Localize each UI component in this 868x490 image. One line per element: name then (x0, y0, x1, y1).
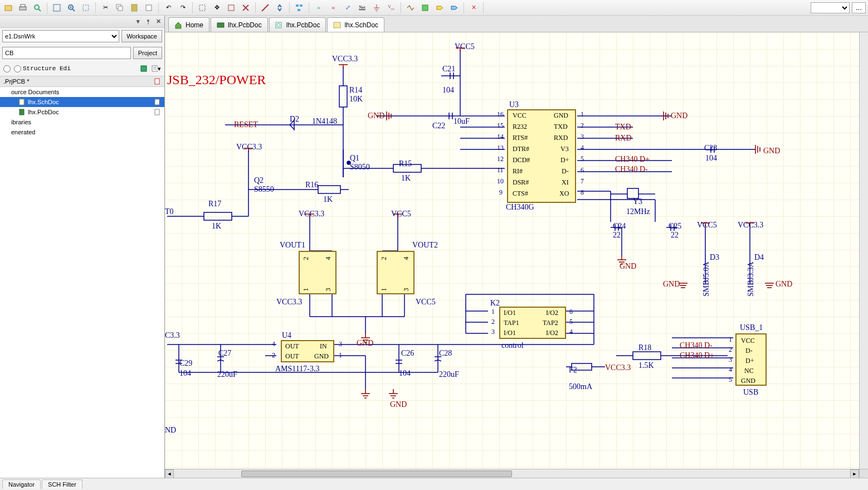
lbl-u3v: CH340G (506, 203, 534, 212)
usb-dp: D+ (745, 357, 754, 365)
usb-n1: 1 (729, 336, 732, 344)
tool-zoomin-icon[interactable] (65, 2, 77, 14)
svg-rect-31 (152, 66, 158, 71)
toolbar-ellipsis-btn[interactable]: ... (852, 2, 866, 13)
tool-redo-icon[interactable]: ↷ (177, 2, 189, 14)
hscroll-thumb[interactable] (241, 470, 512, 477)
lbl-vcc33-2: VCC3.3 (236, 143, 262, 152)
tool-open-icon[interactable] (2, 2, 14, 14)
u3-pin-r2: RXD (554, 134, 568, 142)
tool-wire-icon[interactable]: ≈ (313, 2, 325, 14)
lbl-r15v: 1K (401, 174, 411, 183)
tool-gnd-icon[interactable] (370, 2, 383, 14)
tree-source-docs[interactable]: ource Documents (0, 87, 164, 97)
svg-rect-34 (155, 79, 159, 84)
k2-io1b: I/O1 (504, 329, 516, 337)
lbl-k2: K2 (490, 299, 500, 308)
file-view-radio[interactable] (3, 65, 11, 72)
usb-vcc: VCC (741, 337, 755, 345)
workspace-button[interactable]: Workspace (121, 30, 162, 42)
panel-pin-icon[interactable] (144, 18, 152, 26)
k2-n2: 2 (491, 318, 495, 326)
tool-updown-icon[interactable] (274, 2, 286, 14)
svg-line-19 (262, 4, 269, 11)
tool-move-icon[interactable]: ✥ (211, 2, 223, 14)
tool-cut-icon[interactable]: ✂ (99, 2, 111, 14)
tool-undo-icon[interactable]: ↶ (162, 2, 174, 14)
bottom-tab-schfilter[interactable]: SCH Filter (42, 479, 82, 489)
tool-zoomfit-icon[interactable] (51, 2, 63, 14)
tool-clear-icon[interactable] (240, 2, 252, 14)
schematic-canvas[interactable]: JSB_232/POWER (165, 32, 868, 478)
netlbl-ch340dm2: CH340 D- (680, 341, 713, 350)
usb-n5: 5 (729, 376, 732, 384)
tool-crossprobe-icon[interactable] (259, 2, 271, 14)
tree-libraries[interactable]: ibraries (0, 117, 164, 127)
project-button[interactable]: Project (133, 47, 162, 59)
tool-copy2-icon[interactable] (143, 2, 155, 14)
compile-icon[interactable] (139, 64, 149, 74)
workspace-select[interactable]: e1.DsnWrk (2, 30, 119, 42)
lbl-vcc33-6: VCC3.3 (738, 221, 763, 230)
u3-pin-r7: XO (559, 190, 569, 198)
lbl-c26v: 104 (399, 369, 411, 378)
panel-dropdown-icon[interactable]: ▾ (134, 18, 142, 26)
tool-netlabel-icon[interactable]: Net (356, 2, 368, 14)
tree-generated[interactable]: enerated (0, 127, 164, 137)
lbl-d3v: SMBJ5.0A (702, 261, 711, 297)
tree-schdoc[interactable]: lhx.SchDoc (0, 97, 164, 107)
tool-sheet-icon[interactable] (419, 2, 431, 14)
lbl-usb1: USB_1 (740, 323, 763, 332)
tool-copy-icon[interactable] (114, 2, 126, 14)
tool-zoomsel-icon[interactable] (80, 2, 92, 14)
u3-pinnum-l2: 14 (497, 133, 504, 141)
usb-n2: 2 (729, 346, 732, 354)
tool-bus-icon[interactable]: ≈ (327, 2, 339, 14)
hscroll-left-icon[interactable]: ◄ (165, 469, 174, 478)
tab-sch[interactable]: lhx.SchDoc (327, 17, 384, 32)
u3-pin-r3: V3 (560, 145, 569, 153)
svg-rect-12 (118, 6, 123, 11)
vertical-scrollbar[interactable] (859, 32, 868, 469)
tool-vcc-icon[interactable]: Vcc (385, 2, 397, 14)
tab-home[interactable]: Home (168, 17, 209, 32)
tool-sheetentry-icon[interactable] (433, 2, 446, 14)
k2-n6: 6 (569, 308, 573, 316)
u3-pin-l0: VCC (513, 111, 526, 120)
lbl-c29: C29 (179, 359, 192, 368)
tool-deselect-icon[interactable] (225, 2, 237, 14)
open-doc-icon (154, 99, 161, 105)
lbl-gnd2: GND (671, 111, 687, 120)
tool-busentry-icon[interactable]: ⤢ (342, 2, 354, 14)
lbl-f2: F2 (569, 366, 577, 375)
tool-hierarchy-icon[interactable] (293, 2, 305, 14)
lbl-vcc33-5: VCC3.3 (605, 363, 631, 372)
options-icon[interactable]: ▾ (151, 64, 161, 74)
project-tree[interactable]: .PrjPCB * ource Documents lhx.SchDoc lhx… (0, 76, 164, 478)
tool-print-icon[interactable] (17, 2, 29, 14)
tab-pcb2[interactable]: lhx.PcbDoc (269, 17, 326, 32)
panel-close-icon[interactable]: ✕ (154, 18, 162, 26)
structure-edit-radio[interactable]: Structure Edi (14, 65, 71, 72)
tool-preview-icon[interactable] (31, 2, 43, 14)
tool-paste-icon[interactable] (128, 2, 140, 14)
toolbar-combo[interactable] (811, 2, 850, 13)
hscroll-right-icon[interactable]: ► (850, 469, 859, 478)
netlbl-ch340dp: CH340 D+ (615, 155, 650, 164)
tool-select-icon[interactable] (196, 2, 208, 14)
tool-part-icon[interactable] (404, 2, 417, 14)
project-input[interactable] (2, 47, 131, 59)
tree-pcbdoc[interactable]: lhx.PcbDoc (0, 107, 164, 117)
u3-pin-l4: DCD# (513, 156, 530, 164)
sch-icon (333, 21, 341, 29)
tab-pcb1[interactable]: lhx.PcbDoc (211, 17, 268, 32)
lbl-vcc33-3: VCC3.3 (299, 210, 324, 219)
lbl-c28v: 220uF (439, 370, 459, 379)
svg-rect-1 (19, 7, 26, 10)
tool-port-icon[interactable] (448, 2, 460, 14)
horizontal-scrollbar[interactable]: ◄ ► (165, 469, 859, 478)
lbl-r16v: 1K (323, 195, 333, 204)
lbl-r17v: 1K (212, 222, 221, 231)
tool-noerc-icon[interactable]: ✕ (467, 2, 480, 14)
bottom-tab-navigator[interactable]: Navigator (2, 479, 41, 489)
